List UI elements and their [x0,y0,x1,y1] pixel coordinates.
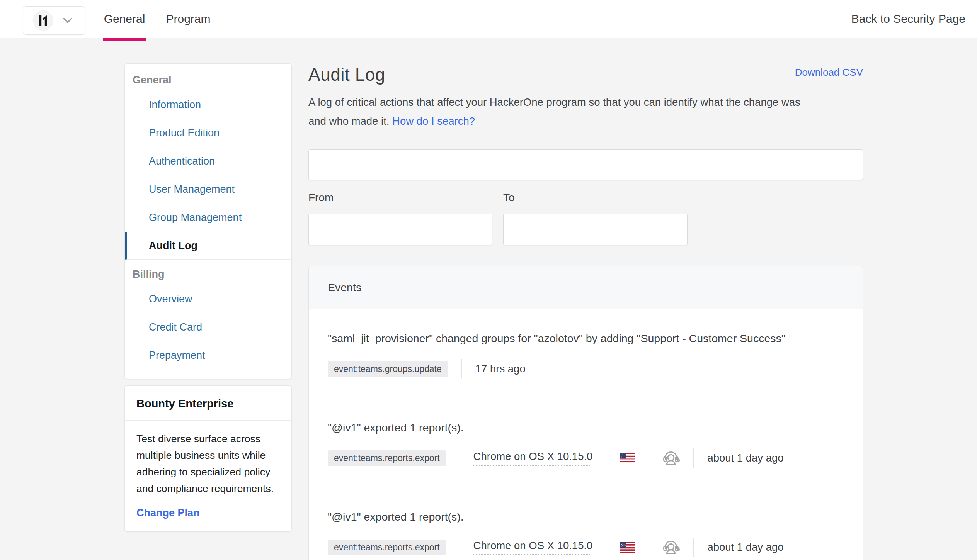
tab-program[interactable]: Program [164,0,213,38]
events-card: Events "saml_jit_provisioner" changed gr… [308,266,863,560]
sidebar-item-information[interactable]: Information [125,91,291,119]
back-to-security-page-link[interactable]: Back to Security Page [851,0,965,38]
event-tag-chip: event:teams.reports.export [328,540,446,555]
event-row: "@iv1" exported 1 report(s). event:teams… [309,398,863,487]
nav-section-billing: Billing [125,263,291,285]
event-timestamp: about 1 day ago [707,541,783,553]
meta-divider [606,448,606,468]
how-do-i-search-link[interactable]: How do I search? [392,115,475,127]
sidebar-item-audit-log[interactable]: Audit Log [125,232,291,260]
meta-divider [460,538,460,557]
events-header: Events [309,266,863,309]
meta-divider [461,359,462,378]
plan-card: Bounty Enterprise Test diverse surface a… [124,385,292,532]
from-label: From [308,190,334,205]
sidebar-item-product-edition[interactable]: Product Edition [125,119,291,147]
event-message: "@iv1" exported 1 report(s). [328,398,844,435]
download-csv-link[interactable]: Download CSV [795,66,863,78]
event-message: "@iv1" exported 1 report(s). [328,487,844,524]
event-meta: event:teams.groups.update 17 hrs ago [328,359,844,398]
meta-divider [606,538,606,557]
meta-divider [693,538,694,557]
meta-divider [693,448,694,468]
description-text: A log of critical actions that affect yo… [308,96,800,127]
sidebar-item-overview[interactable]: Overview [125,285,291,313]
from-date-input[interactable] [308,214,492,245]
to-date-input[interactable] [503,214,688,245]
meta-divider [648,538,648,557]
event-row: "saml_jit_provisioner" changed groups fo… [309,309,863,398]
sidebar-item-group-management[interactable]: Group Management [125,204,291,232]
page-title: Audit Log [308,64,385,85]
to-label: To [503,190,515,205]
nav-section-general: General [125,69,291,91]
active-tab-underline [103,38,146,41]
audit-log-page: General Program Back to Security Page Ge… [0,0,977,560]
chevron-down-icon [63,17,73,24]
change-plan-link[interactable]: Change Plan [136,507,200,519]
plan-description: Test diverse surface across multiple bus… [136,431,280,497]
hackerone-logo [33,10,53,31]
plan-title: Bounty Enterprise [125,386,291,421]
sidebar-item-prepayment[interactable]: Prepayment [125,341,291,370]
tab-general[interactable]: General [103,0,146,38]
main-content: Audit Log Download CSV A log of critical… [308,0,863,560]
event-tag-chip: event:teams.reports.export [328,450,446,466]
event-row: "@iv1" exported 1 report(s). event:teams… [309,487,863,560]
h1-logo-icon [37,14,49,27]
us-flag-icon [620,542,635,553]
sidebar-item-authentication[interactable]: Authentication [125,147,291,175]
settings-nav-card: General Information Product Edition Auth… [124,63,292,379]
browser-os-label: Chrome on OS X 10.15.0 [473,540,593,555]
browser-os-label: Chrome on OS X 10.15.0 [473,450,593,466]
sidebar-item-credit-card[interactable]: Credit Card [125,313,291,341]
page-description: A log of critical actions that affect yo… [308,93,819,131]
search-input[interactable] [308,149,863,180]
team-switcher-dropdown[interactable] [23,6,85,35]
event-meta: event:teams.reports.export Chrome on OS … [328,538,844,560]
event-timestamp: 17 hrs ago [475,363,526,375]
event-meta: event:teams.reports.export Chrome on OS … [328,448,844,487]
meta-divider [460,448,460,468]
event-tag-chip: event:teams.groups.update [328,361,448,377]
support-agent-headset-icon [662,448,680,468]
sidebar-item-user-management[interactable]: User Management [125,175,291,204]
event-message: "saml_jit_provisioner" changed groups fo… [328,309,844,346]
top-navigation-bar: General Program Back to Security Page [0,0,977,38]
event-timestamp: about 1 day ago [707,452,783,464]
us-flag-icon [620,453,635,463]
support-agent-headset-icon [662,538,680,557]
meta-divider [648,448,648,468]
